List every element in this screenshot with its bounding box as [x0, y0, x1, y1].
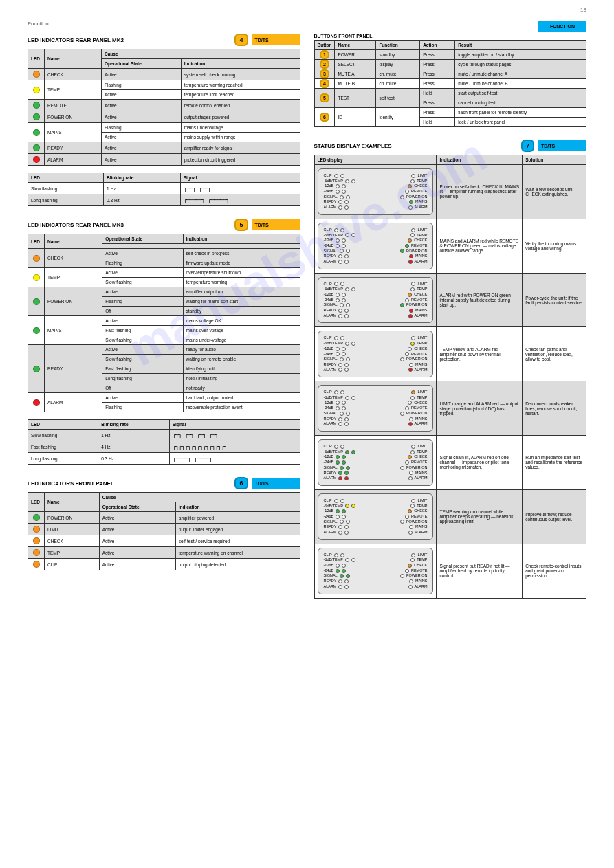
cell: Hold — [420, 118, 455, 127]
cell: temperature limit reached — [181, 90, 300, 100]
cell: ready for audio — [183, 345, 300, 355]
sec4-blink-table: LED Blinking rate Signal Slow flashing 1… — [28, 173, 300, 206]
cell: Flashing — [102, 297, 183, 307]
th: Signal — [169, 420, 300, 430]
cell: Active — [102, 287, 183, 297]
cell: Active — [102, 393, 183, 403]
led-cell — [28, 80, 45, 100]
cell: ID — [335, 108, 376, 127]
green-led-icon — [33, 298, 40, 305]
th: Indication — [183, 234, 300, 244]
btn-cell: 3 — [314, 69, 335, 79]
cell: Long flashing — [28, 194, 104, 206]
cell: Active — [102, 268, 183, 278]
cell: waiting for mains soft start — [183, 297, 300, 307]
green-led-icon — [33, 327, 40, 334]
th: Signal — [180, 173, 300, 183]
orange-led-icon — [33, 255, 40, 262]
th-state: Operational State — [102, 59, 182, 69]
sec4-bar: TD/TS — [252, 34, 300, 45]
cell: CHECK — [45, 69, 102, 80]
cell: identifying unit — [183, 364, 300, 374]
cell: Press — [420, 98, 455, 108]
th-cause: Cause — [102, 49, 300, 59]
led-panel-icon: CLIP-6dB/TEMP-12dB-24dBSIGNALREADYALARML… — [318, 439, 434, 486]
th: Action — [420, 41, 455, 50]
cell: lock / unlock front panel — [455, 118, 586, 127]
led-panel-icon: CLIP-6dB/TEMP-12dB-24dBSIGNALREADYALARML… — [318, 385, 434, 432]
orange-led-icon — [33, 561, 40, 568]
led-cell — [28, 393, 45, 412]
cell: Flashing — [102, 403, 183, 412]
cell: toggle amplifier on / standby — [455, 50, 586, 60]
th: Blinking rate — [104, 173, 181, 183]
button-badge-icon: 3 — [320, 69, 329, 78]
waveform-icon: ┌─────┐ ┌─────┐ — [180, 194, 300, 206]
sec5-bar: TD/TS — [252, 219, 300, 230]
cell: not ready — [183, 383, 300, 393]
cell: standby — [376, 50, 420, 60]
cell: READY — [45, 142, 102, 154]
top-function-bar: FUNCTION — [538, 21, 586, 32]
section-6: LED INDICATORS FRONT PANEL 6 TD/TS LED N… — [28, 477, 300, 570]
cell: temperature warning — [183, 278, 300, 287]
cell: TEMP — [45, 268, 102, 287]
led-panel-cell: CLIP-6dB/TEMP-12dB-24dBSIGNALREADYALARML… — [314, 381, 437, 436]
led-cell — [28, 524, 45, 535]
cell: amplifier output on — [183, 287, 300, 297]
cell: Slow flashing — [28, 183, 104, 194]
cell: MAINS — [45, 316, 102, 345]
cell: amplifier powered — [175, 512, 300, 524]
cell: Slow flashing — [28, 430, 98, 441]
th: LED — [28, 493, 45, 512]
cell: ch. mute — [376, 79, 420, 89]
th: Button — [314, 41, 335, 50]
section-7: STATUS DISPLAY EXAMPLES 7 TD/TS LED disp… — [314, 140, 587, 599]
cell: mains over-voltage — [183, 326, 300, 335]
cell: cancel running test — [455, 98, 586, 108]
page-number: 15 — [580, 7, 586, 13]
cell: ALARM — [45, 154, 102, 166]
th: Blinking rate — [98, 420, 170, 430]
cell: POWER ON — [45, 111, 102, 123]
cell: 1 Hz — [104, 183, 181, 194]
sec7-table: LED display Indication Solution CLIP-6dB… — [314, 155, 587, 599]
orange-led-icon — [33, 549, 40, 556]
cell: Active — [99, 524, 175, 535]
section-5: LED INDICATORS REAR PANEL MK3 5 TD/TS LE… — [28, 219, 300, 465]
indication-cell: Signal present but READY not lit — ampli… — [437, 544, 523, 598]
th: Indication — [437, 155, 523, 165]
cell: Active — [102, 100, 182, 111]
cell: self check in progress — [183, 249, 300, 258]
cell: Flashing — [102, 123, 182, 133]
cell: system self check running — [181, 69, 300, 80]
led-cell — [28, 559, 45, 570]
yellow-led-icon — [33, 87, 40, 93]
cell: Press — [420, 69, 455, 79]
indication-cell: Signal chain lit, ALARM red on one chann… — [437, 436, 523, 490]
cell: protection circuit triggered — [181, 154, 300, 166]
cell: Active — [102, 345, 183, 355]
led-cell — [28, 123, 45, 142]
sec4-title: LED INDICATORS REAR PANEL MK2 — [28, 37, 124, 43]
led-panel-icon: CLIP-6dB/TEMP-12dB-24dBSIGNALREADYALARML… — [318, 331, 434, 377]
sec5-title: LED INDICATORS REAR PANEL MK3 — [28, 222, 124, 228]
th: Indication — [175, 502, 300, 512]
cell: identify — [376, 108, 420, 127]
waveform-icon: ┌┐┌┐┌┐┌┐┌┐┌┐┌┐┌┐┌┐ — [169, 441, 300, 453]
th-name: Name — [45, 49, 102, 69]
cell: Flashing — [102, 80, 182, 90]
cell: mains undervoltage — [181, 123, 300, 133]
th: Operational State — [99, 502, 175, 512]
cell: Active — [102, 90, 182, 100]
sec6b-title: BUTTONS FRONT PANEL — [314, 34, 587, 38]
cell: Off — [102, 307, 183, 316]
indication-cell: TEMP yellow and ALARM red — amplifier sh… — [437, 327, 523, 381]
cell: LIMIT — [45, 524, 100, 535]
th: Operational State — [102, 234, 183, 244]
th-led: LED — [28, 49, 45, 69]
cell: cycle through status pages — [455, 60, 586, 69]
cell: Press — [420, 50, 455, 60]
cell: Active — [99, 535, 175, 547]
sec6-bar: TD/TS — [252, 478, 300, 489]
